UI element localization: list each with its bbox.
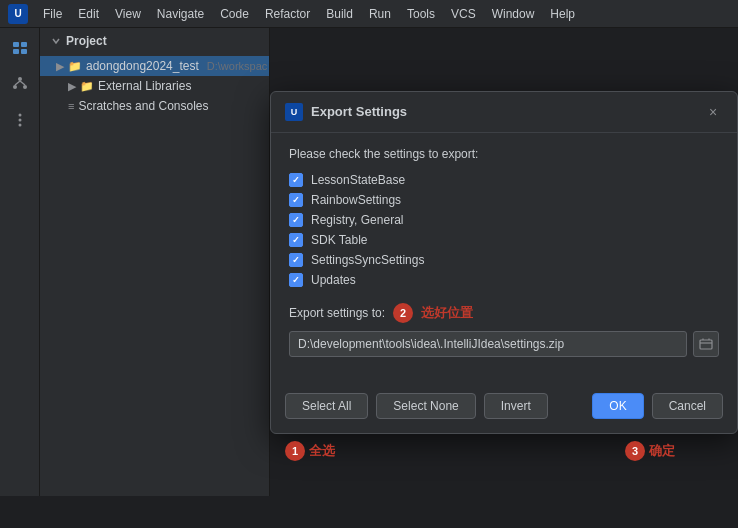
menu-edit[interactable]: Edit <box>71 5 106 23</box>
annotation-2-text: 选好位置 <box>421 304 473 322</box>
sidebar-icon-structure[interactable] <box>8 72 32 96</box>
svg-point-5 <box>13 85 17 89</box>
annotation-1: 1 全选 <box>285 441 335 461</box>
dialog-footer: Select All Select None Invert OK Cancel … <box>271 385 737 433</box>
export-input-row <box>289 331 719 357</box>
export-path-input[interactable] <box>289 331 687 357</box>
checkbox-item-1[interactable]: RainbowSettings <box>289 193 719 207</box>
annotation-1-text: 全选 <box>309 442 335 460</box>
svg-rect-1 <box>21 42 27 47</box>
select-none-button[interactable]: Select None <box>376 393 475 419</box>
main-area: Project ▶ 📁 adongdong2024_test D:\worksp… <box>0 28 738 496</box>
export-path-label: Export settings to: <box>289 306 385 320</box>
select-all-button[interactable]: Select All <box>285 393 368 419</box>
chevron-right-icon: ▶ <box>56 60 64 73</box>
menu-vcs[interactable]: VCS <box>444 5 483 23</box>
project-label: Project <box>66 34 107 48</box>
menubar: U File Edit View Navigate Code Refactor … <box>0 0 738 28</box>
project-header[interactable]: Project <box>40 28 269 54</box>
annotation-3: 3 确定 <box>625 441 675 461</box>
svg-point-6 <box>23 85 27 89</box>
app-logo: U <box>8 4 28 24</box>
folder-icon: 📁 <box>68 60 82 73</box>
checkbox-label-1: RainbowSettings <box>311 193 401 207</box>
dialog-titlebar: U Export Settings × <box>271 92 737 133</box>
menu-build[interactable]: Build <box>319 5 360 23</box>
menu-window[interactable]: Window <box>485 5 542 23</box>
checkbox-item-5[interactable]: Updates <box>289 273 719 287</box>
sidebar-icon-more[interactable] <box>8 108 32 132</box>
svg-rect-0 <box>13 42 19 47</box>
tree-item-label-3: Scratches and Consoles <box>78 99 208 113</box>
annotation-3-text: 确定 <box>649 442 675 460</box>
checkbox-item-0[interactable]: LessonStateBase <box>289 173 719 187</box>
tree-item-scratches[interactable]: ≡ Scratches and Consoles <box>40 96 269 116</box>
sidebar-icon-project[interactable] <box>8 36 32 60</box>
annotation-3-badge: 3 <box>625 441 645 461</box>
checkbox-item-4[interactable]: SettingsSyncSettings <box>289 253 719 267</box>
checkbox-2[interactable] <box>289 213 303 227</box>
svg-rect-3 <box>21 49 27 54</box>
checkbox-label-2: Registry, General <box>311 213 403 227</box>
svg-rect-12 <box>700 340 712 349</box>
menu-view[interactable]: View <box>108 5 148 23</box>
checkbox-3[interactable] <box>289 233 303 247</box>
svg-point-10 <box>18 119 21 122</box>
export-path-row: Export settings to: 2 选好位置 <box>289 303 719 323</box>
svg-point-4 <box>18 77 22 81</box>
menu-run[interactable]: Run <box>362 5 398 23</box>
menu-refactor[interactable]: Refactor <box>258 5 317 23</box>
tree-item-label: adongdong2024_test <box>86 59 199 73</box>
checkbox-5[interactable] <box>289 273 303 287</box>
checkbox-item-2[interactable]: Registry, General <box>289 213 719 227</box>
checkbox-label-3: SDK Table <box>311 233 367 247</box>
browse-button[interactable] <box>693 331 719 357</box>
menu-code[interactable]: Code <box>213 5 256 23</box>
cancel-button[interactable]: Cancel <box>652 393 723 419</box>
folder-icon-2: 📁 <box>80 80 94 93</box>
content-area: ouble N ome n the U Export Settings × Pl… <box>270 28 738 496</box>
dialog-overlay: U Export Settings × Please check the set… <box>270 28 738 496</box>
svg-point-9 <box>18 114 21 117</box>
sidebar-icons <box>0 28 40 496</box>
svg-line-7 <box>15 81 20 85</box>
export-settings-dialog: U Export Settings × Please check the set… <box>270 91 738 434</box>
dialog-prompt: Please check the settings to export: <box>289 147 719 161</box>
file-icon: ≡ <box>68 100 74 112</box>
menu-help[interactable]: Help <box>543 5 582 23</box>
svg-line-8 <box>20 81 25 85</box>
dialog-body: Please check the settings to export: Les… <box>271 133 737 385</box>
invert-button[interactable]: Invert <box>484 393 548 419</box>
checkbox-label-4: SettingsSyncSettings <box>311 253 424 267</box>
chevron-right-icon-2: ▶ <box>68 80 76 93</box>
project-panel: Project ▶ 📁 adongdong2024_test D:\worksp… <box>40 28 270 496</box>
annotation-2-badge: 2 <box>393 303 413 323</box>
project-tree: ▶ 📁 adongdong2024_test D:\workspac ▶ 📁 E… <box>40 54 269 118</box>
tree-item-project[interactable]: ▶ 📁 adongdong2024_test D:\workspac <box>40 56 269 76</box>
tree-item-libraries[interactable]: ▶ 📁 External Libraries <box>40 76 269 96</box>
checkbox-item-3[interactable]: SDK Table <box>289 233 719 247</box>
dialog-close-button[interactable]: × <box>703 102 723 122</box>
tree-item-path: D:\workspac <box>207 60 268 72</box>
checkbox-1[interactable] <box>289 193 303 207</box>
menu-tools[interactable]: Tools <box>400 5 442 23</box>
checkbox-list: LessonStateBase RainbowSettings Registry… <box>289 173 719 287</box>
checkbox-0[interactable] <box>289 173 303 187</box>
ok-button[interactable]: OK <box>592 393 643 419</box>
tree-item-label-2: External Libraries <box>98 79 191 93</box>
svg-rect-2 <box>13 49 19 54</box>
menu-file[interactable]: File <box>36 5 69 23</box>
dialog-logo: U <box>285 103 303 121</box>
checkbox-label-0: LessonStateBase <box>311 173 405 187</box>
checkbox-label-5: Updates <box>311 273 356 287</box>
annotation-1-badge: 1 <box>285 441 305 461</box>
checkbox-4[interactable] <box>289 253 303 267</box>
svg-point-11 <box>18 124 21 127</box>
menu-navigate[interactable]: Navigate <box>150 5 211 23</box>
dialog-title: Export Settings <box>311 104 695 119</box>
